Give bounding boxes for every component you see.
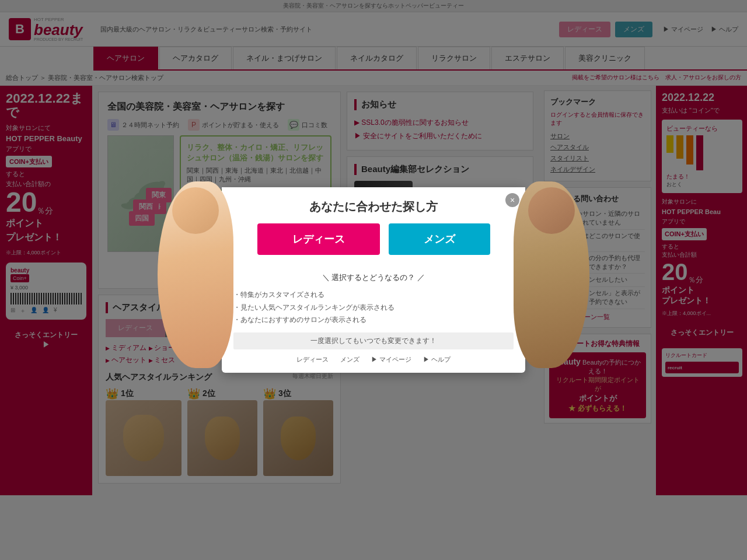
- modal-subtitle: ＼ 選択するとどうなるの？ ／: [233, 272, 514, 283]
- modal-description: ・特集がカスタマイズされる ・見たい人気ヘアスタイルランキングが表示される ・あ…: [233, 289, 514, 327]
- modal-close-button[interactable]: ×: [505, 193, 519, 207]
- modal-footer-mens[interactable]: メンズ: [340, 355, 359, 364]
- modal-feature-3: ・あなたにおすすめのサロンが表示される: [233, 314, 514, 327]
- modal-once-text: 一度選択してもいつでも変更できます！: [233, 332, 514, 349]
- modal-footer-help[interactable]: ▶ ヘルプ: [423, 355, 451, 364]
- modal-footer-mypage[interactable]: ▶ マイページ: [371, 355, 411, 364]
- modal-title: あなたに合わせた探し方: [233, 199, 514, 215]
- modal-feature-2: ・見たい人気ヘアスタイルランキングが表示される: [233, 302, 514, 314]
- modal-body: ＼ 選択するとどうなるの？ ／ ・特集がカスタマイズされる ・見たい人気ヘアスタ…: [222, 267, 525, 373]
- modal-buttons: レディース メンズ: [233, 223, 514, 255]
- modal-footer-ladies[interactable]: レディース: [296, 355, 329, 364]
- modal-right-person: [514, 181, 589, 368]
- modal-dialog: × あなたに合わせた探し方 レディース メンズ ＼ 選択するとどうなるの？ ／ …: [222, 187, 525, 373]
- modal-header: あなたに合わせた探し方 レディース メンズ: [222, 187, 525, 267]
- modal-mens-button[interactable]: メンズ: [389, 223, 490, 255]
- modal-overlay: × あなたに合わせた探し方 レディース メンズ ＼ 選択するとどうなるの？ ／ …: [0, 0, 747, 495]
- modal-left-person: [158, 181, 233, 368]
- modal-feature-1: ・特集がカスタマイズされる: [233, 289, 514, 302]
- modal-footer: レディース メンズ ▶ マイページ ▶ ヘルプ: [233, 355, 514, 364]
- modal-ladies-button[interactable]: レディース: [257, 223, 380, 255]
